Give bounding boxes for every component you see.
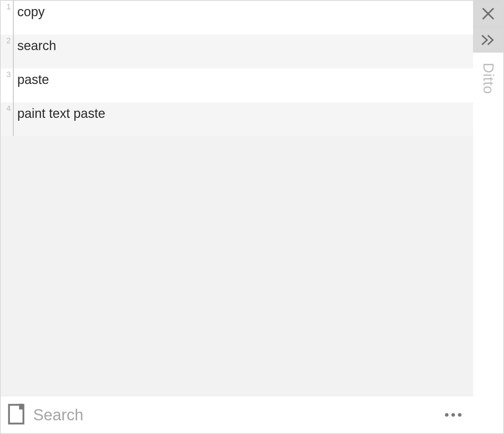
ditto-window: 1copy2search3paste4paint text paste [0,0,504,434]
title-bar: Ditto [473,1,503,433]
app-title: Ditto [480,63,496,94]
more-icon [451,413,455,417]
close-icon [481,7,495,21]
search-input[interactable] [33,406,432,424]
more-button[interactable] [441,402,466,428]
clip-text: search [14,35,61,53]
clip-row[interactable]: 1copy [1,1,473,35]
clip-index: 1 [1,1,13,12]
clipboard-icon [8,404,24,426]
clip-list: 1copy2search3paste4paint text paste [1,1,473,396]
svg-rect-1 [19,404,23,409]
clip-index: 4 [1,102,13,113]
main-panel: 1copy2search3paste4paint text paste [1,1,473,433]
clip-text: paint text paste [14,102,110,121]
chevron-double-right-icon [481,34,496,46]
bottom-bar [1,396,473,433]
clip-text: copy [14,1,50,19]
clip-index: 3 [1,68,13,79]
more-icon [458,413,461,417]
more-icon [445,413,449,417]
clip-index: 2 [1,35,13,45]
close-button[interactable] [473,1,503,27]
expand-button[interactable] [473,27,503,53]
clip-text: paste [14,68,54,87]
clip-row[interactable]: 4paint text paste [1,102,473,136]
clip-row[interactable]: 2search [1,35,473,68]
clip-row[interactable]: 3paste [1,68,473,102]
